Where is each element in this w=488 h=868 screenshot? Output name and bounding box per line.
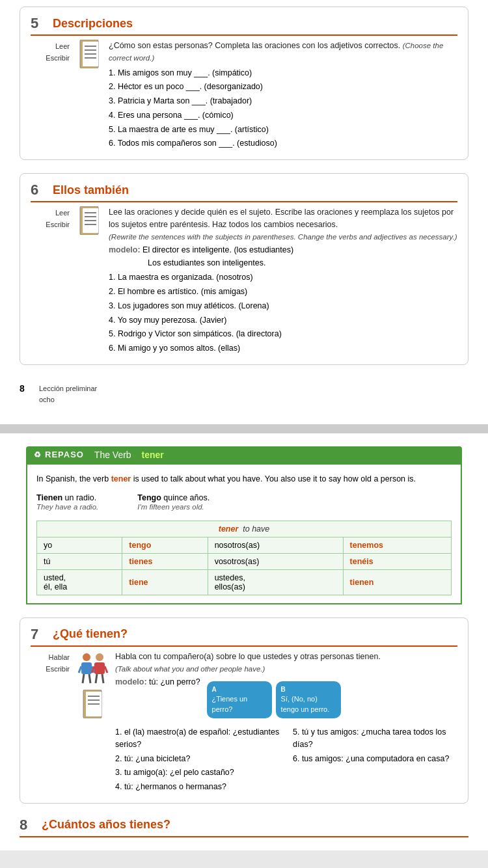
list-item: 6. tus amigos: ¿una computadora en casa? [293,753,457,765]
speech-bubbles: A ¿Tienes un perro? B Sí, (No, no) tengo… [207,681,341,718]
recycle-icon: ♻ [34,450,41,459]
form-tengo: tengo [122,537,208,553]
model-and-bubbles: modelo: tú: ¿un perro? A ¿Tienes un perr… [115,677,457,718]
svg-rect-19 [94,662,105,674]
footer-line2: ocho [39,394,97,406]
section-6-list: 1. La maestra es organizada. (nosotros) … [109,271,457,355]
escribir-label: Escribir [31,219,70,231]
section-7-model: modelo: tú: ¿un perro? [115,677,200,686]
pronoun-tu: tú [37,553,122,569]
section-6-header: 6 Ellos también [31,182,457,202]
section-7: 7 ¿Qué tienen? Hablar Escribir [20,617,468,804]
section-6-italic: (Rewrite the sentences with the subjects… [109,233,457,241]
svg-line-17 [89,674,90,683]
escribir-label: Escribir [31,53,70,64]
list-item: 6. Todos mis compañeros son ___. (estudi… [109,137,457,150]
page-footer-text: Lección preliminar ocho [39,383,97,406]
exercise-col-left: 1. el (la) maestro(a) de español: ¿estud… [115,724,280,795]
list-item: 4. Yo soy muy perezosa. (Javier) [109,314,457,327]
section-5-icon-col [76,40,102,68]
example2-rest: quince años. [161,493,210,502]
leer-label: Leer [31,208,70,219]
section-6-title: Ellos también [53,183,129,197]
list-item: 3. Los jugadores son muy atléticos. (Lor… [109,300,457,312]
exercise-col-right: 5. tú y tus amigos: ¿mucha tarea todos l… [293,724,457,795]
table-row: yo tengo nosotros(as) tenemos [37,537,452,553]
exercise-columns: 1. el (la) maestro(a) de español: ¿estud… [115,724,457,795]
table-verb: tener [219,524,239,534]
hablar-label: Hablar [31,652,70,664]
section-5: 5 Descripciones Leer Escribir [20,7,468,160]
repaso-header: ♻ Repaso The Verb tener [26,446,462,463]
svg-line-14 [79,666,81,673]
section-7-list-left: 1. el (la) maestro(a) de español: ¿estud… [115,726,280,793]
pronoun-ustedes: ustedes, ellos(as) [208,569,343,595]
section-7-number: 7 [31,626,46,643]
section-5-content: ¿Cómo son estas personas? Completa las o… [109,40,457,152]
leer-label: Leer [31,41,70,53]
repaso-label: Repaso [45,450,84,459]
section-8-number: 8 [20,817,35,834]
section-6-icon-col [76,206,102,235]
section-8-header: 8 ¿Cuántos años tienes? [20,817,468,837]
section-7-list-right: 5. tú y tus amigos: ¿mucha tarea todos l… [293,726,457,765]
form-tienen: tienen [343,569,451,595]
section-5-number: 5 [31,15,46,32]
example-1: Tienen un radio. They have a radio. [36,493,98,511]
pronoun-yo: yo [37,537,122,553]
examples-row: Tienen un radio. They have a radio. Teng… [36,493,452,511]
page-separator [0,424,488,433]
repaso-title: The Verb [94,450,131,460]
list-item: 5. Rodrigo y Victor son simpáticos. (la … [109,328,457,340]
svg-line-16 [83,674,84,683]
section-8-title: ¿Cuántos años tienes? [42,818,170,832]
model-row: modelo: tú: ¿un perro? [115,677,200,690]
section-7-header: 7 ¿Qué tienen? [31,626,457,647]
list-item: 1. el (la) maestro(a) de español: ¿estud… [115,726,280,751]
bubble-a: A ¿Tienes un perro? [207,681,272,718]
model-text-content: El director es inteligente. (los estudia… [142,245,293,254]
notebook-icon [77,40,101,68]
list-item: 4. tú: ¿hermanos o hermanas? [115,781,280,793]
section-6-instruction: Lee las oraciones y decide quién es el s… [109,206,457,243]
form-teneis: tenéis [343,553,451,569]
list-item: 3. Patricia y Marta son ___. (trabajador… [109,95,457,107]
example-2: Tengo quince años. I'm fifteen years old… [137,493,210,511]
section-6-model: modelo: El director es inteligente. (los… [109,245,457,254]
svg-line-23 [102,674,103,683]
section-7-labels: Hablar Escribir [31,651,70,675]
notebook-icon [81,690,104,718]
section-5-body: Leer Escribir ¿Cómo son estas personas? … [31,40,457,152]
bubble-a-text: ¿Tienes un perro? [212,695,248,712]
model-label: modelo: [115,677,147,686]
bubble-b: B Sí, (No, no) tengo un perro. [276,681,341,718]
section-7-italic: (Talk about what you and other people ha… [115,665,265,673]
example2-italic: I'm fifteen years old. [137,503,204,511]
section-7-content: Habla con tu compañero(a) sobre lo que u… [115,651,457,795]
section-6-body: Leer Escribir Lee las oraciones y decide… [31,206,457,357]
svg-line-22 [96,674,97,683]
section-5-instruction: ¿Cómo son estas personas? Completa las o… [109,40,457,64]
pronoun-vosotros: vosotros(as) [208,553,343,569]
section-6-number: 6 [31,182,46,198]
two-persons-icon [76,651,109,686]
repaso-intro-text: In Spanish, the verb tener is used to ta… [36,472,452,485]
svg-line-21 [105,666,107,673]
page-footer: 8 Lección preliminar ocho [0,378,488,411]
section-5-title: Descripciones [53,17,133,31]
example1-italic: They have a radio. [36,503,98,511]
example1-bold: Tienen [36,493,62,502]
model-label: modelo: [109,245,141,254]
footer-line1: Lección preliminar [39,383,97,395]
list-item: 5. La maestra de arte es muy ___. (artís… [109,124,457,136]
list-item: 2. El hombre es artístico. (mis amigas) [109,286,457,298]
list-item: 1. La maestra es organizada. (nosotros) [109,271,457,284]
repaso-container: ♻ Repaso The Verb tener In Spanish, the … [26,446,462,604]
section-6-labels: Leer Escribir [31,206,70,230]
section-7-instruction: Habla con tu compañero(a) sobre lo que u… [115,651,457,675]
repaso-body: In Spanish, the verb tener is used to ta… [26,463,462,604]
table-row: tú tienes vosotros(as) tenéis [37,553,452,569]
pronoun-usted: usted, él, ella [37,569,122,595]
conjugation-table: tener to have yo tengo nosotros(as) tene… [36,521,452,595]
form-tenemos: tenemos [343,537,451,553]
